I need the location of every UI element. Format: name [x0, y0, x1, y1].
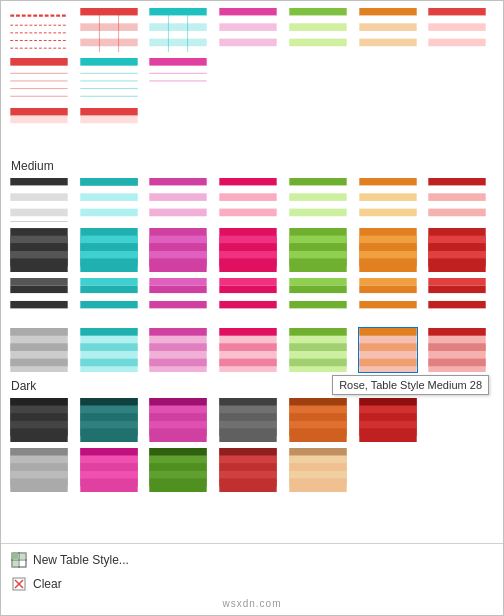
svg-rect-259 — [10, 471, 67, 479]
svg-rect-88 — [150, 209, 207, 217]
svg-rect-159 — [80, 301, 137, 309]
table-style-thumb[interactable] — [9, 327, 69, 373]
svg-rect-210 — [289, 359, 346, 367]
clear-button[interactable]: Clear — [9, 572, 495, 596]
svg-rect-254 — [359, 429, 416, 437]
table-style-thumb[interactable] — [218, 227, 278, 273]
table-style-thumb[interactable] — [79, 327, 139, 373]
svg-rect-44 — [429, 31, 486, 39]
clear-icon — [11, 576, 27, 592]
table-style-thumb[interactable] — [9, 227, 69, 273]
table-style-thumb[interactable] — [148, 397, 208, 443]
table-style-thumb[interactable] — [218, 277, 278, 323]
table-style-thumb[interactable] — [427, 277, 487, 323]
svg-rect-189 — [429, 301, 486, 309]
table-style-thumb[interactable] — [218, 447, 278, 493]
table-style-thumb[interactable] — [9, 177, 69, 223]
svg-rect-166 — [150, 309, 207, 317]
table-style-thumb[interactable] — [358, 227, 418, 273]
new-table-style-button[interactable]: New Table Style... — [9, 548, 495, 572]
table-style-thumb[interactable] — [218, 7, 278, 53]
table-style-thumb[interactable] — [148, 447, 208, 493]
table-style-thumb[interactable] — [79, 227, 139, 273]
table-style-thumb[interactable] — [358, 397, 418, 443]
svg-rect-218 — [429, 359, 486, 367]
table-style-thumb[interactable] — [288, 397, 348, 443]
svg-rect-110 — [429, 193, 486, 201]
svg-rect-91 — [219, 186, 276, 194]
table-style-thumb[interactable] — [288, 227, 348, 273]
table-style-thumb[interactable] — [148, 7, 208, 53]
table-style-thumb[interactable] — [9, 447, 69, 493]
table-style-thumb[interactable] — [9, 277, 69, 323]
table-style-thumb-selected[interactable] — [358, 327, 418, 373]
table-style-thumb[interactable] — [218, 397, 278, 443]
svg-rect-100 — [289, 209, 346, 217]
dark-styles-grid-2 — [9, 447, 495, 493]
svg-rect-81 — [80, 209, 137, 217]
table-style-thumb[interactable] — [148, 327, 208, 373]
styles-scroll-area[interactable]: Medium — [1, 1, 503, 543]
svg-rect-126 — [150, 243, 207, 251]
svg-rect-256 — [10, 448, 67, 456]
table-style-thumb[interactable] — [79, 277, 139, 323]
svg-rect-87 — [150, 201, 207, 209]
table-style-thumb[interactable] — [79, 447, 139, 493]
table-style-thumb[interactable] — [427, 327, 487, 373]
table-style-thumb[interactable] — [79, 57, 139, 103]
svg-rect-104 — [359, 193, 416, 201]
table-style-thumb[interactable] — [79, 7, 139, 53]
table-style-thumb[interactable] — [9, 7, 69, 53]
table-style-thumb[interactable] — [79, 397, 139, 443]
table-style-thumb[interactable] — [9, 57, 69, 103]
svg-rect-120 — [80, 236, 137, 244]
svg-rect-135 — [289, 236, 346, 244]
svg-rect-30 — [289, 16, 346, 24]
svg-rect-157 — [80, 286, 137, 294]
svg-rect-136 — [289, 243, 346, 251]
svg-rect-282 — [289, 463, 346, 471]
table-style-thumb[interactable] — [148, 277, 208, 323]
svg-rect-270 — [150, 463, 207, 471]
table-style-thumb[interactable] — [427, 7, 487, 53]
svg-rect-234 — [150, 413, 207, 421]
table-style-thumb[interactable] — [148, 227, 208, 273]
table-style-thumb[interactable] — [9, 397, 69, 443]
svg-rect-208 — [289, 328, 346, 336]
svg-rect-25 — [219, 23, 276, 31]
table-style-thumb[interactable] — [358, 7, 418, 53]
svg-rect-229 — [80, 421, 137, 429]
table-style-thumb[interactable] — [427, 227, 487, 273]
svg-rect-45 — [429, 39, 486, 47]
table-style-thumb[interactable] — [288, 7, 348, 53]
table-style-thumb[interactable] — [288, 447, 348, 493]
svg-rect-111 — [429, 201, 486, 209]
table-style-thumb[interactable] — [79, 177, 139, 223]
svg-rect-137 — [289, 251, 346, 259]
table-style-thumb[interactable] — [9, 107, 69, 153]
table-style-thumb[interactable] — [218, 177, 278, 223]
svg-rect-37 — [359, 23, 416, 31]
svg-rect-94 — [219, 209, 276, 217]
svg-rect-36 — [359, 16, 416, 24]
table-style-thumb[interactable] — [79, 107, 139, 153]
svg-rect-85 — [150, 186, 207, 194]
svg-rect-98 — [289, 193, 346, 201]
svg-rect-194 — [10, 359, 67, 367]
table-style-thumb[interactable] — [148, 57, 208, 103]
svg-rect-11 — [80, 39, 137, 47]
table-style-thumb[interactable] — [218, 327, 278, 373]
table-style-thumb[interactable] — [358, 277, 418, 323]
svg-rect-251 — [359, 406, 416, 414]
table-style-thumb[interactable] — [288, 177, 348, 223]
svg-rect-252 — [359, 413, 416, 421]
table-style-thumb[interactable] — [148, 177, 208, 223]
table-style-thumb[interactable] — [358, 177, 418, 223]
table-style-thumb[interactable] — [288, 327, 348, 373]
svg-rect-228 — [80, 413, 137, 421]
table-style-thumb[interactable] — [427, 177, 487, 223]
table-style-thumb[interactable] — [288, 277, 348, 323]
svg-rect-174 — [289, 278, 346, 286]
svg-rect-32 — [289, 31, 346, 39]
svg-rect-227 — [80, 406, 137, 414]
